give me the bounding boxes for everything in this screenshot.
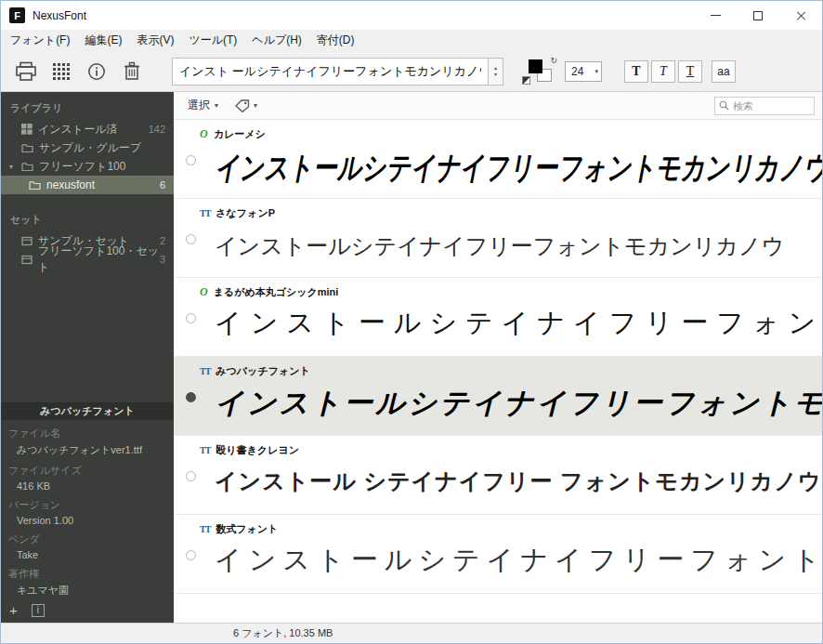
- library-section-header: ライブラリ: [1, 92, 174, 120]
- tag-filter-button[interactable]: ▾: [235, 99, 257, 112]
- sidebar-item-label: インストール済: [38, 122, 117, 138]
- swap-colors-icon[interactable]: ↻: [550, 56, 557, 65]
- set-icon: [21, 255, 33, 265]
- font-radio[interactable]: [186, 155, 196, 165]
- print-button[interactable]: [8, 54, 44, 89]
- list-toolbar: 選択 ▾ ▾: [174, 92, 822, 120]
- bold-button[interactable]: T: [624, 60, 648, 83]
- chevron-down-icon: ▾: [254, 101, 257, 110]
- font-details-panel: みつバッチフォント ファイル名 みつバッチフォントver1.ttf ファイルサイ…: [1, 402, 174, 598]
- sidebar-item-label: フリーソフト100: [39, 159, 125, 175]
- sidebar-item-label: フリーソフト100・セット: [38, 243, 160, 275]
- maximize-button[interactable]: [737, 1, 779, 30]
- opentype-icon: O: [200, 127, 208, 141]
- sidebar-item-freesoft100-set[interactable]: フリーソフト100・セット 3: [1, 250, 174, 269]
- status-text: 6 フォント, 10.35 MB: [233, 626, 333, 640]
- menu-donate[interactable]: 寄付(D): [309, 30, 362, 51]
- search-input[interactable]: [733, 100, 810, 112]
- underline-button[interactable]: T: [678, 60, 702, 83]
- font-row-header: O カレーメシ: [200, 120, 822, 141]
- close-icon: [796, 10, 806, 20]
- font-name: まるがめ本丸ゴシックmini: [214, 285, 339, 299]
- close-button[interactable]: [779, 1, 822, 30]
- italic-button[interactable]: T: [651, 60, 675, 83]
- font-list: O カレーメシ インストールシテイナイフリーフォントモカンリカノウ TT さなフ…: [174, 120, 822, 623]
- foreground-color-swatch[interactable]: [529, 59, 542, 73]
- spinner-down-icon: ▾: [494, 72, 497, 78]
- font-row-sanafonp[interactable]: TT さなフォンP インストールシテイナイフリーフォントモカンリカノウ: [174, 199, 822, 278]
- chevron-down-icon: ▾: [594, 68, 601, 75]
- search-box: [714, 97, 815, 115]
- font-preview: インストール シテイナイフリー フォントモカンリカノウ: [215, 467, 822, 496]
- titlebar: F NexusFont: [1, 1, 822, 30]
- app-icon: F: [9, 7, 25, 23]
- folder-icon: [21, 143, 33, 153]
- add-group-button[interactable]: +: [9, 603, 18, 617]
- folder-icon: [29, 180, 41, 191]
- info-button[interactable]: [79, 54, 114, 89]
- truetype-icon: TT: [200, 208, 210, 218]
- spinner-up-icon: ▴: [494, 65, 497, 72]
- font-radio[interactable]: [186, 550, 196, 560]
- grid-dots-icon: [53, 63, 70, 80]
- nexusfont-window: F NexusFont フォント(F) 編集(E) 表示(V) ツール(T) ヘ…: [0, 0, 823, 644]
- sidebar-spacer: [1, 194, 174, 204]
- default-colors-swatch[interactable]: [522, 76, 530, 85]
- font-preview: インストールシテイナイフリーフォントモカンリカノウ: [215, 384, 822, 423]
- font-name: 数式フォント: [216, 522, 278, 536]
- font-row-header: TT 殴り書きクレヨン: [200, 436, 822, 457]
- trash-icon: [124, 61, 140, 81]
- detail-value-filesize: 416 KB: [1, 478, 174, 492]
- menu-view[interactable]: 表示(V): [129, 30, 181, 51]
- toolbar: ▴ ▾ ↻ 24 ▾ T T T aa: [1, 51, 822, 92]
- toggle-info-button[interactable]: i: [32, 604, 45, 617]
- select-button[interactable]: 選択 ▾: [188, 98, 218, 113]
- font-row-suushiki[interactable]: TT 数式フォント インストールシテイナイフリーフォントモカンリカノウ: [174, 515, 822, 594]
- font-preview: インストールシテイナイフリーフォントモカンリカノウ: [215, 231, 822, 261]
- font-row-marugame[interactable]: O まるがめ本丸ゴシックmini インストールシテイナイフリーフォントモカンリカ…: [174, 278, 822, 357]
- expander-caret-icon[interactable]: ▾: [9, 163, 13, 171]
- windows-logo-icon: [21, 124, 33, 135]
- font-radio[interactable]: [186, 471, 196, 481]
- font-name: 殴り書きクレヨン: [216, 443, 299, 457]
- font-row-kareemeshi[interactable]: O カレーメシ インストールシテイナイフリーフォントモカンリカノウ: [174, 120, 822, 199]
- font-name: カレーメシ: [214, 127, 266, 141]
- font-preview: インストールシテイナイフリーフォントモカンリカノウ: [215, 147, 676, 190]
- font-preview: インストールシテイナイフリーフォントモカンリカノウ: [215, 305, 822, 342]
- sidebar-item-count: 3: [160, 254, 165, 265]
- font-radio[interactable]: [186, 234, 196, 244]
- sidebar-item-label: サンプル・グループ: [39, 140, 141, 156]
- font-radio[interactable]: [186, 313, 196, 323]
- preview-history-spinner[interactable]: ▴ ▾: [489, 58, 503, 85]
- preview-text-wrap: ▴ ▾: [172, 58, 503, 85]
- menu-tools[interactable]: ツール(T): [181, 30, 244, 51]
- font-color-picker[interactable]: ↻: [522, 58, 557, 85]
- search-icon: [719, 99, 729, 112]
- font-row-header: TT 数式フォント: [200, 515, 822, 536]
- sets-section-header: セット: [1, 204, 174, 231]
- minimize-button[interactable]: [694, 1, 737, 30]
- case-button[interactable]: aa: [712, 60, 736, 83]
- font-size-select[interactable]: 24 ▾: [565, 61, 602, 82]
- printer-icon: [15, 61, 37, 82]
- sidebar-item-installed[interactable]: インストール済 142: [1, 120, 174, 138]
- menu-help[interactable]: ヘルプ(H): [244, 30, 309, 51]
- preview-text-input[interactable]: [172, 58, 489, 85]
- detail-label-copyright: 著作権: [1, 560, 174, 581]
- select-button-label: 選択: [188, 98, 210, 113]
- sidebar-item-freesoft100[interactable]: ▾ フリーソフト100: [1, 157, 174, 176]
- menu-edit[interactable]: 編集(E): [77, 30, 129, 51]
- delete-button[interactable]: [114, 54, 150, 89]
- menu-font[interactable]: フォント(F): [3, 30, 77, 51]
- statusbar: 6 フォント, 10.35 MB: [1, 623, 822, 643]
- font-radio-selected[interactable]: [186, 392, 196, 402]
- sidebar-item-sample-group[interactable]: サンプル・グループ: [1, 138, 174, 157]
- detail-label-filesize: ファイルサイズ: [1, 457, 174, 478]
- font-row-mitsubatch[interactable]: TT みつバッチフォント インストールシテイナイフリーフォントモカンリカノウ: [174, 357, 822, 436]
- font-row-nagurigaki[interactable]: TT 殴り書きクレヨン インストール シテイナイフリー フォントモカンリカノウ: [174, 436, 822, 515]
- window-title: NexusFont: [33, 9, 86, 22]
- folder-open-icon: [21, 162, 33, 172]
- sidebar-item-nexusfont[interactable]: nexusfont 6: [1, 176, 174, 194]
- view-mode-button[interactable]: [44, 54, 79, 89]
- font-row-header: TT みつバッチフォント: [200, 357, 822, 378]
